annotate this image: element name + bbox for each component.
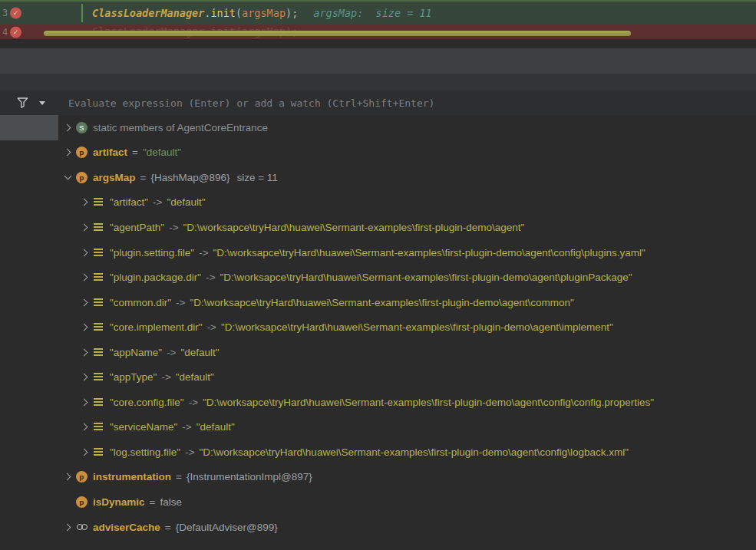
code-line: ClassLoaderManager.init(argsMap);argsMap… — [92, 7, 432, 19]
chevron-right-icon[interactable] — [78, 296, 91, 308]
arrow: -> — [206, 272, 215, 283]
breakpoint-verified-icon[interactable] — [10, 26, 21, 38]
tree-row-map-entry[interactable]: "plugin.package.dir" -> "D:\worksapce\tr… — [0, 265, 756, 290]
map-entry-icon — [93, 446, 104, 458]
tree-row-map-entry[interactable]: "appName" -> "default" — [0, 340, 756, 365]
entry-key: "appName" — [110, 347, 162, 358]
arrow: -> — [182, 421, 191, 433]
variable-name: adviserCache — [93, 522, 160, 533]
tree-row-artifact[interactable]: p artifact = "default" — [0, 140, 756, 166]
tree-row-map-entry[interactable]: "core.config.file" -> "D:\worksapce\tryH… — [0, 390, 756, 415]
arrow: -> — [161, 371, 170, 383]
tree-row-static-members[interactable]: S static members of AgentCoreEntrance — [0, 115, 756, 140]
static-members-icon: S — [76, 122, 87, 133]
variables-tree: S static members of AgentCoreEntrance p … — [0, 115, 756, 539]
arrow: -> — [176, 297, 185, 308]
chevron-right-icon[interactable] — [78, 321, 91, 334]
entry-key: "plugin.package.dir" — [110, 272, 201, 283]
equals-sign: = — [176, 471, 182, 482]
entry-value: "D:\worksapce\tryHard\huawei\Sermant-exa… — [200, 446, 629, 458]
chevron-right-icon[interactable] — [78, 421, 91, 433]
chevron-down-icon[interactable] — [39, 101, 45, 105]
variable-name: instrumentation — [93, 471, 171, 482]
chevron-right-icon[interactable] — [78, 246, 91, 259]
map-entry-icon — [93, 247, 104, 259]
editor-current-line[interactable]: 3 ClassLoaderManager.init(argsMap);argsM… — [0, 0, 756, 25]
chevron-right-icon[interactable] — [61, 471, 74, 483]
entry-key: "agentPath" — [110, 222, 164, 233]
entry-value: "default" — [181, 347, 220, 358]
paren-open-token: ( — [236, 7, 242, 19]
entry-key: "core.config.file" — [110, 397, 184, 408]
tree-row-advisercache[interactable]: adviserCache = {DefaultAdviser@899} — [0, 515, 756, 540]
tree-row-argsmap[interactable]: p argsMap = {HashMap@896} size = 11 — [0, 165, 756, 190]
entry-value: "D:\worksapce\tryHard\huawei\Sermant-exa… — [213, 247, 645, 259]
equals-sign: = — [150, 496, 156, 508]
chevron-right-icon[interactable] — [78, 371, 91, 384]
field-icon: p — [76, 471, 87, 482]
line-number: 3 — [2, 8, 8, 18]
chevron-right-icon[interactable] — [61, 521, 74, 533]
entry-key: "plugin.setting.file" — [110, 247, 194, 259]
line-number: 4 — [2, 27, 8, 38]
evaluate-expression-bar[interactable]: Evaluate expression (Enter) or add a wat… — [0, 91, 756, 115]
paren-close-token: ); — [286, 7, 298, 19]
entry-value: "D:\worksapce\tryHard\huawei\Sermant-exa… — [183, 222, 525, 233]
filter-icon[interactable] — [17, 97, 28, 108]
debug-toolbar-band — [0, 48, 756, 74]
tree-row-map-entry[interactable]: "appType" -> "default" — [0, 364, 756, 390]
map-entry-icon — [93, 297, 104, 308]
entry-value: "default" — [176, 371, 214, 383]
map-entry-icon — [93, 272, 104, 283]
variable-value: "default" — [143, 147, 181, 158]
tree-row-map-entry[interactable]: "artifact" -> "default" — [0, 190, 756, 216]
chevron-right-icon[interactable] — [78, 346, 91, 358]
chevron-right-icon[interactable] — [78, 272, 91, 284]
debug-toolbar-band-lower — [0, 74, 756, 91]
variable-name: isDynamic — [93, 496, 145, 508]
method-token: init — [210, 7, 236, 19]
map-entry-icon — [93, 347, 104, 358]
tree-row-map-entry[interactable]: "plugin.setting.file" -> "D:\worksapce\t… — [0, 240, 756, 265]
chevron-right-icon[interactable] — [78, 446, 91, 458]
horizontal-scrollbar-thumb[interactable] — [44, 31, 631, 36]
chevron-right-icon[interactable] — [78, 396, 91, 408]
entry-key: "core.implement.dir" — [110, 321, 203, 333]
arrow: -> — [189, 397, 198, 408]
chevron-right-icon[interactable] — [61, 147, 74, 159]
chevron-down-icon[interactable] — [61, 171, 74, 183]
tree-row-instrumentation[interactable]: p instrumentation = {InstrumentationImpl… — [0, 465, 756, 490]
node-label: static members of AgentCoreEntrance — [93, 122, 268, 133]
field-icon: p — [76, 172, 87, 183]
argument-token: argsMap — [242, 7, 286, 19]
map-entry-icon — [93, 222, 104, 233]
tree-row-map-entry[interactable]: "common.dir" -> "D:\worksapce\tryHard\hu… — [0, 290, 756, 315]
entry-key: "common.dir" — [110, 297, 171, 308]
arrow: -> — [199, 247, 208, 259]
entry-value: "D:\worksapce\tryHard\huawei\Sermant-exa… — [190, 297, 574, 308]
tree-row-map-entry[interactable]: "core.implement.dir" -> "D:\worksapce\tr… — [0, 315, 756, 340]
entry-value: "D:\worksapce\tryHard\huawei\Sermant-exa… — [203, 397, 654, 408]
variable-value: {HashMap@896} — [150, 172, 229, 183]
entry-key: "appType" — [110, 371, 157, 383]
arrow: -> — [185, 446, 194, 458]
caret — [81, 4, 83, 22]
map-entry-icon — [93, 397, 104, 408]
tree-row-map-entry[interactable]: "log.setting.file" -> "D:\worksapce\tryH… — [0, 440, 756, 465]
tree-row-map-entry[interactable]: "serviceName" -> "default" — [0, 415, 756, 440]
chevron-right-icon[interactable] — [78, 196, 91, 209]
chevron-right-icon[interactable] — [78, 221, 91, 233]
breakpoint-verified-icon[interactable] — [10, 8, 21, 19]
equals-sign: = — [140, 172, 147, 183]
chevron-right-icon[interactable] — [61, 121, 74, 133]
tree-row-isdynamic[interactable]: p isDynamic = false — [0, 489, 756, 515]
tree-row-map-entry[interactable]: "agentPath" -> "D:\worksapce\tryHard\hua… — [0, 215, 756, 240]
variable-value: {InstrumentationImpl@897} — [187, 471, 312, 482]
class-name-token: ClassLoaderManager — [92, 7, 204, 19]
evaluate-expression-input[interactable]: Evaluate expression (Enter) or add a wat… — [68, 97, 434, 109]
field-icon: p — [76, 496, 87, 508]
adviser-cache-icon — [76, 522, 87, 533]
entry-value: "default" — [196, 421, 235, 433]
arrow: -> — [169, 222, 178, 233]
editor-breakpoint-line[interactable]: 4 ClassLoaderManager.init(argsMap); — [0, 25, 756, 39]
